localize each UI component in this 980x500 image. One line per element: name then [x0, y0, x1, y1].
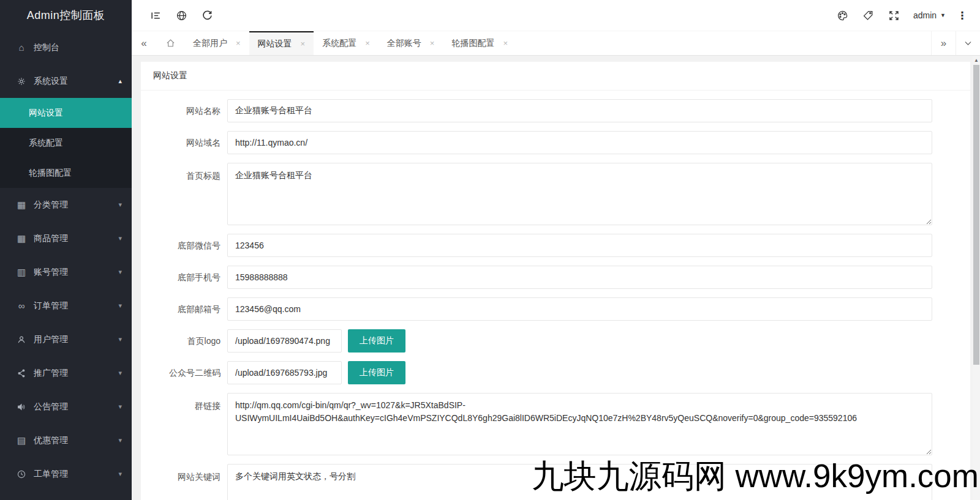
sidebar-item-order[interactable]: ∞ 订单管理 ▾ [0, 289, 132, 323]
category-icon: ▦ [15, 200, 28, 211]
user-icon [15, 335, 28, 345]
announcement-icon [15, 402, 28, 412]
form-row: 网站域名 [147, 131, 932, 154]
topbar: admin ▼ ⋮ [132, 0, 980, 31]
scrollbar-thumb[interactable] [973, 65, 979, 365]
app-title: Admin控制面板 [0, 0, 132, 31]
chevron-down-icon: ▾ [118, 470, 122, 478]
sidebar-item-label: 商品管理 [34, 233, 68, 244]
upload-image-button[interactable]: 上传图片 [348, 329, 405, 353]
field-label: 首页标题 [147, 163, 221, 225]
sidebar-item-system-settings[interactable]: 系统设置 ▴ [0, 64, 132, 98]
tab-all-users[interactable]: 全部用户 × [184, 31, 249, 55]
sidebar-item-promotion[interactable]: 推广管理 ▾ [0, 356, 132, 390]
sidebar-item-label: 公告管理 [34, 401, 68, 412]
close-icon[interactable]: × [503, 39, 508, 48]
home-tab[interactable] [156, 31, 184, 55]
close-icon[interactable]: × [430, 39, 435, 48]
close-icon[interactable]: × [301, 39, 306, 48]
coupon-icon: ▤ [15, 435, 28, 446]
scrollbar-up-arrow[interactable]: ▲ [973, 56, 980, 64]
field-label: 网站关键词 [147, 464, 221, 500]
sidebar-item-ticket[interactable]: 工单管理 ▾ [0, 457, 132, 491]
settings-form: 网站名称 网站域名 首页标题 企业猫账号合租平台 底部微信号 底部手机号 [141, 91, 970, 500]
sidebar-item-carousel-config[interactable]: 轮播图配置 [0, 158, 132, 188]
sidebar-item-label: 推广管理 [34, 368, 68, 379]
home-icon [165, 38, 176, 48]
ticket-icon [15, 469, 28, 479]
tab-system-config[interactable]: 系统配置 × [314, 31, 379, 55]
sidebar-item-website-settings[interactable]: 网站设置 [0, 98, 132, 128]
sidebar-item-label: 控制台 [34, 42, 59, 53]
form-row: 群链接 http://qm.qq.com/cgi-bin/qm/qr?_wv=1… [147, 393, 932, 455]
chevron-down-icon: ▾ [118, 436, 122, 444]
sidebar-item-label: 用户管理 [34, 334, 68, 345]
close-icon[interactable]: × [365, 39, 370, 48]
gear-icon [15, 76, 28, 86]
tab-label: 网站设置 [258, 39, 292, 50]
tab-label: 全部用户 [193, 38, 227, 49]
card-title: 网站设置 [141, 62, 970, 91]
form-row: 首页标题 企业猫账号合租平台 [147, 163, 932, 225]
tabbar: « 全部用户 × 网站设置 × 系统配置 × 全部账号 × 轮播图配置 × » [132, 31, 980, 56]
tab-label: 系统配置 [322, 38, 356, 49]
sidebar-item-label: 优惠管理 [34, 435, 68, 446]
group-link-textarea[interactable]: http://qm.qq.com/cgi-bin/qm/qr?_wv=1027&… [227, 393, 932, 455]
chevron-down-icon: ▾ [118, 302, 122, 310]
tabs-scroll-left-button[interactable]: « [132, 31, 156, 55]
sidebar-item-system-config[interactable]: 系统配置 [0, 128, 132, 158]
fullscreen-icon[interactable] [881, 0, 907, 31]
tab-all-accounts[interactable]: 全部账号 × [379, 31, 443, 55]
share-icon [15, 368, 28, 378]
sidebar-item-user[interactable]: 用户管理 ▾ [0, 323, 132, 356]
sidebar-item-label: 系统设置 [34, 76, 68, 87]
refresh-icon[interactable] [194, 0, 220, 31]
tab-label: 轮播图配置 [451, 38, 494, 49]
site-name-input[interactable] [227, 99, 932, 122]
field-label: 底部微信号 [147, 234, 221, 257]
chevron-down-icon: ▾ [118, 268, 122, 276]
home-title-textarea[interactable]: 企业猫账号合租平台 [227, 163, 932, 225]
chevron-down-icon: ▾ [118, 369, 122, 377]
sidebar-item-label: 订单管理 [34, 300, 68, 312]
footer-phone-input[interactable] [227, 266, 932, 289]
user-menu[interactable]: admin ▼ [907, 10, 952, 20]
site-domain-input[interactable] [227, 131, 932, 154]
sidebar-item-account[interactable]: ▥ 账号管理 ▾ [0, 255, 132, 289]
sidebar-item-goods[interactable]: ▦ 商品管理 ▾ [0, 222, 132, 255]
form-row: 首页logo 上传图片 [147, 329, 932, 353]
sidebar-item-announcement[interactable]: 公告管理 ▾ [0, 390, 132, 424]
sidebar-item-dashboard[interactable]: ⌂ 控制台 [0, 31, 132, 64]
home-icon: ⌂ [15, 42, 28, 53]
home-logo-input[interactable] [227, 329, 342, 353]
sidebar-item-category[interactable]: ▦ 分类管理 ▾ [0, 188, 132, 222]
theme-palette-icon[interactable] [830, 0, 856, 31]
tab-website-settings[interactable]: 网站设置 × [249, 31, 314, 55]
site-keywords-textarea[interactable]: 多个关键词用英文状态，号分割 [227, 464, 932, 500]
main-area: admin ▼ ⋮ « 全部用户 × 网站设置 × 系统配置 × 全部账号 × [132, 0, 980, 500]
content: 网站设置 网站名称 网站域名 首页标题 企业猫账号合租平台 底部微信号 [132, 56, 973, 500]
footer-wechat-input[interactable] [227, 234, 932, 257]
form-row: 底部微信号 [147, 234, 932, 257]
tabs-menu-button[interactable] [956, 31, 980, 55]
sidebar-item-label: 工单管理 [34, 469, 68, 480]
upload-image-button[interactable]: 上传图片 [348, 361, 405, 384]
account-icon: ▥ [15, 267, 28, 278]
qrcode-input[interactable] [227, 361, 342, 384]
close-icon[interactable]: × [236, 39, 241, 48]
form-row: 底部手机号 [147, 266, 932, 289]
collapse-menu-icon[interactable] [143, 0, 168, 31]
form-row: 网站关键词 多个关键词用英文状态，号分割 [147, 464, 932, 500]
tabs-scroll-right-button[interactable]: » [931, 31, 956, 55]
sidebar-subitem-label: 轮播图配置 [29, 168, 72, 179]
globe-icon[interactable] [168, 0, 194, 31]
sidebar-item-discount[interactable]: ▤ 优惠管理 ▾ [0, 424, 132, 457]
footer-email-input[interactable] [227, 297, 932, 321]
field-label: 网站名称 [147, 99, 221, 122]
kebab-menu-icon[interactable]: ⋮ [952, 9, 973, 22]
settings-card: 网站设置 网站名称 网站域名 首页标题 企业猫账号合租平台 底部微信号 [141, 62, 970, 500]
chevron-down-icon: ▾ [118, 234, 122, 242]
tag-icon[interactable] [856, 0, 881, 31]
sidebar-subitem-label: 网站设置 [29, 108, 63, 119]
tab-carousel-config[interactable]: 轮播图配置 × [443, 31, 516, 55]
